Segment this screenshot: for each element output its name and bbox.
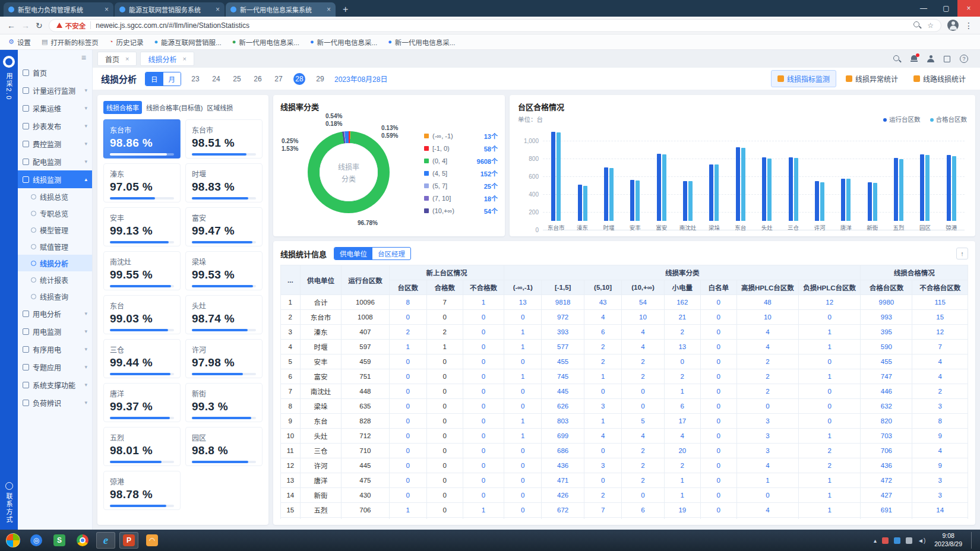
period-option[interactable]: 月	[163, 72, 181, 86]
cell-value[interactable]: 2	[584, 518, 622, 520]
cell-value[interactable]: 0	[799, 384, 861, 399]
show-desktop-button[interactable]	[971, 532, 976, 549]
cell-value[interactable]: 10	[736, 310, 798, 325]
cell-value[interactable]: 4	[736, 458, 798, 473]
cell-value[interactable]: 0	[389, 384, 426, 399]
taskbar-clock[interactable]: 9:08 2023/8/29	[931, 532, 966, 548]
cell-value[interactable]: 0	[463, 340, 504, 354]
date-option[interactable]: 23	[189, 73, 201, 85]
sidebar-item-entry[interactable]: 计量运行监测▾	[18, 81, 92, 99]
notification-bell[interactable]	[911, 55, 918, 62]
cell-value[interactable]: 0	[463, 429, 504, 444]
cell-value[interactable]: 0	[664, 354, 700, 369]
cell-value[interactable]: 0	[389, 369, 426, 384]
cell-value[interactable]: 3	[504, 518, 542, 520]
bar-group[interactable]	[543, 132, 569, 221]
cell-value[interactable]: 0	[799, 354, 861, 369]
sidebar-item-entry[interactable]: 费控监测▾	[18, 135, 92, 153]
cell-value[interactable]: 395	[861, 325, 912, 340]
region-card[interactable]: 五烈98.01 %	[103, 427, 181, 466]
date-option[interactable]: 28	[293, 73, 305, 85]
cell-value[interactable]: 12	[912, 325, 968, 340]
cell-value[interactable]: 426	[542, 488, 584, 503]
sidebar-subitem[interactable]: 专职总览	[18, 205, 92, 221]
cell-value[interactable]: 0	[700, 310, 736, 325]
cell-value[interactable]: 0	[700, 369, 736, 384]
cell-value[interactable]: 0	[389, 354, 426, 369]
security-warning[interactable]: 不安全	[56, 21, 86, 30]
sidebar-subitem[interactable]: 统计报表	[18, 271, 92, 288]
cell-value[interactable]: 691	[861, 503, 912, 518]
cards-tab[interactable]: 线损合格率(目标值)	[146, 103, 203, 112]
cell-value[interactable]: 4	[622, 429, 665, 444]
date-option[interactable]: 24	[210, 73, 222, 85]
cell-value[interactable]: 43	[584, 295, 622, 310]
cell-value[interactable]: 2	[799, 444, 861, 458]
cell-value[interactable]: 4	[912, 444, 968, 458]
sidebar-item-entry[interactable]: 配电监测▾	[18, 153, 92, 170]
cell-value[interactable]: 1	[799, 503, 861, 518]
cell-value[interactable]: 3	[736, 414, 798, 429]
period-option[interactable]: 日	[146, 72, 163, 86]
cell-value[interactable]: 4	[736, 325, 798, 340]
region-card[interactable]: 安丰99.13 %	[103, 207, 181, 246]
search-icon[interactable]	[893, 55, 901, 63]
cell-value[interactable]: 0	[389, 429, 426, 444]
cell-value[interactable]: 4	[736, 503, 798, 518]
browser-tab[interactable]: 新一代用电信息采集系统×	[226, 2, 336, 17]
cell-value[interactable]: 2	[584, 354, 622, 369]
cell-value[interactable]: 0	[700, 399, 736, 414]
sidebar-subitem[interactable]: 线损总览	[18, 188, 92, 205]
cell-value[interactable]: 393	[542, 325, 584, 340]
cell-value[interactable]: 747	[861, 369, 912, 384]
cell-value[interactable]: 0	[700, 414, 736, 429]
toolbar-action[interactable]: 线损异常统计	[840, 71, 904, 87]
bookmark-star-icon[interactable]: ☆	[927, 21, 934, 30]
back-icon[interactable]: ←	[7, 21, 15, 30]
region-card[interactable]: 东台市98.51 %	[185, 119, 263, 159]
contact-block[interactable]: 联系方式	[4, 482, 14, 524]
sidebar-item-entry[interactable]: 用电分析▾	[18, 305, 92, 322]
cell-value[interactable]: 0	[463, 518, 504, 520]
cell-value[interactable]: 4	[622, 325, 665, 340]
cell-value[interactable]: 3	[912, 473, 968, 488]
sidebar-item-entry[interactable]: 有序用电▾	[18, 340, 92, 358]
cell-value[interactable]: 0	[700, 295, 736, 310]
cell-value[interactable]: 0	[463, 369, 504, 384]
cell-value[interactable]: 2	[584, 340, 622, 354]
cell-value[interactable]: 6	[664, 399, 700, 414]
cell-value[interactable]: 24	[664, 518, 700, 520]
cell-value[interactable]: 745	[542, 369, 584, 384]
cell-value[interactable]: 48	[736, 295, 798, 310]
date-option[interactable]: 25	[231, 73, 243, 85]
cell-value[interactable]: 7	[912, 340, 968, 354]
table-toggle-option[interactable]: 台区经理	[372, 248, 410, 259]
cell-value[interactable]: 706	[861, 444, 912, 458]
cell-value[interactable]: 4	[389, 518, 426, 520]
cell-value[interactable]: 2	[622, 473, 665, 488]
cell-value[interactable]: 4	[622, 340, 665, 354]
cell-value[interactable]: 13	[504, 295, 542, 310]
legend-item[interactable]: (7, 10]18个	[424, 194, 498, 203]
cell-value[interactable]: 21	[664, 310, 700, 325]
cell-value[interactable]: 0	[700, 354, 736, 369]
tab-close-icon[interactable]: ×	[216, 5, 220, 14]
cell-value[interactable]: 0	[700, 340, 736, 354]
tray-expand-icon[interactable]: ▴	[874, 537, 877, 544]
region-card[interactable]: 唐洋99.37 %	[103, 383, 181, 422]
selected-date-label[interactable]: 2023年08月28日	[334, 74, 387, 84]
zoom-icon[interactable]	[913, 21, 921, 29]
cell-value[interactable]: 2	[389, 325, 426, 340]
bar-group[interactable]	[754, 132, 780, 221]
cards-tab[interactable]: 线损合格率	[103, 101, 142, 114]
legend-item[interactable]: (4, 5]152个	[424, 169, 498, 178]
cell-value[interactable]: 0	[504, 488, 542, 503]
cell-value[interactable]: 2	[799, 458, 861, 473]
cell-value[interactable]: 4	[584, 429, 622, 444]
bar-group[interactable]	[596, 132, 622, 221]
sidebar-subitem[interactable]: 线损查询	[18, 288, 92, 305]
browser-tab[interactable]: 新型电力负荷管理系统×	[4, 2, 113, 17]
cell-value[interactable]: 0	[700, 444, 736, 458]
cell-value[interactable]: 820	[861, 414, 912, 429]
cell-value[interactable]: 0	[622, 488, 665, 503]
